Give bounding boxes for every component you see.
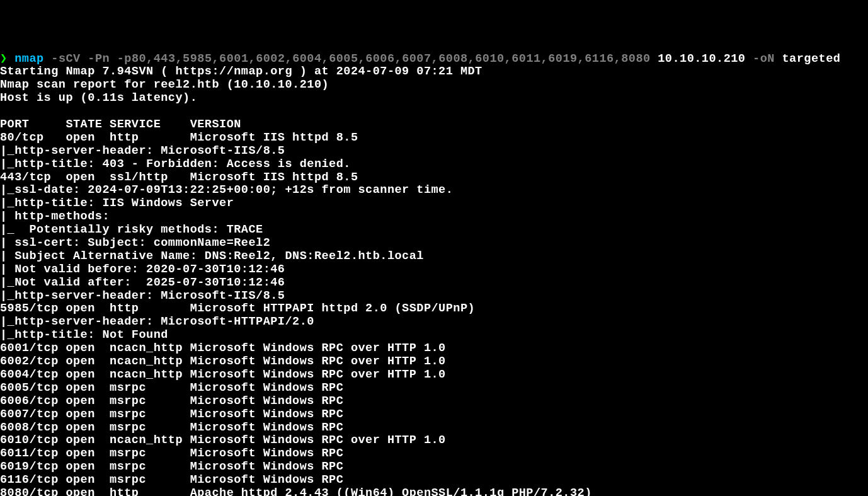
output-line: |_http-server-header: Microsoft-IIS/8.5 [0, 145, 868, 158]
output-file: targeted [782, 52, 841, 66]
output-line: 6011/tcp open msrpc Microsoft Windows RP… [0, 447, 868, 461]
output-line: |_http-title: Not Found [0, 329, 868, 342]
output-line: 443/tcp open ssl/http Microsoft IIS http… [0, 171, 868, 185]
output-line: |_http-server-header: Microsoft-HTTPAPI/… [0, 316, 868, 329]
output-line: 5985/tcp open http Microsoft HTTPAPI htt… [0, 303, 868, 316]
output-line [0, 105, 868, 118]
output-line: |_http-server-header: Microsoft-IIS/8.5 [0, 290, 868, 303]
output-line: 6004/tcp open ncacn_http Microsoft Windo… [0, 369, 868, 382]
output-line: |_Not valid after: 2025-07-30T10:12:46 [0, 277, 868, 290]
output-line: | ssl-cert: Subject: commonName=Reel2 [0, 237, 868, 250]
output-line: 6007/tcp open msrpc Microsoft Windows RP… [0, 408, 868, 422]
output-line: Nmap scan report for reel2.htb (10.10.10… [0, 79, 868, 92]
command-options: -sCV -Pn -p80,443,5985,6001,6002,6004,60… [51, 52, 650, 66]
command-line: ❯ nmap -sCV -Pn -p80,443,5985,6001,6002,… [0, 53, 868, 66]
output-line: 6008/tcp open msrpc Microsoft Windows RP… [0, 422, 868, 435]
output-line: 6116/tcp open msrpc Microsoft Windows RP… [0, 474, 868, 487]
output-line: 80/tcp open http Microsoft IIS httpd 8.5 [0, 132, 868, 145]
output-line: | Not valid before: 2020-07-30T10:12:46 [0, 263, 868, 277]
terminal-output[interactable]: ❯ nmap -sCV -Pn -p80,443,5985,6001,6002,… [0, 53, 868, 496]
output-flag: -oN [753, 52, 775, 66]
output-line: Starting Nmap 7.94SVN ( https://nmap.org… [0, 66, 868, 79]
output-line: |_http-title: 403 - Forbidden: Access is… [0, 158, 868, 171]
output-line: |_ssl-date: 2024-07-09T13:22:25+00:00; +… [0, 184, 868, 197]
command-target: 10.10.10.210 [658, 52, 745, 66]
output-line: |_ Potentially risky methods: TRACE [0, 224, 868, 237]
output-line: Host is up (0.11s latency). [0, 92, 868, 105]
output-line: PORT STATE SERVICE VERSION [0, 118, 868, 132]
output-line: |_http-title: IIS Windows Server [0, 197, 868, 211]
output-line: 6005/tcp open msrpc Microsoft Windows RP… [0, 382, 868, 395]
output-line: 6006/tcp open msrpc Microsoft Windows RP… [0, 395, 868, 408]
output-line: 6019/tcp open msrpc Microsoft Windows RP… [0, 461, 868, 474]
output-line: 6001/tcp open ncacn_http Microsoft Windo… [0, 342, 868, 355]
output-line: 6010/tcp open ncacn_http Microsoft Windo… [0, 434, 868, 447]
output-line: 6002/tcp open ncacn_http Microsoft Windo… [0, 355, 868, 369]
output-line: | Subject Alternative Name: DNS:Reel2, D… [0, 250, 868, 263]
prompt-marker: ❯ [0, 52, 8, 66]
output-line: 8080/tcp open http Apache httpd 2.4.43 (… [0, 487, 868, 496]
output-line: | http-methods: [0, 211, 868, 224]
command-name: nmap [14, 52, 43, 66]
